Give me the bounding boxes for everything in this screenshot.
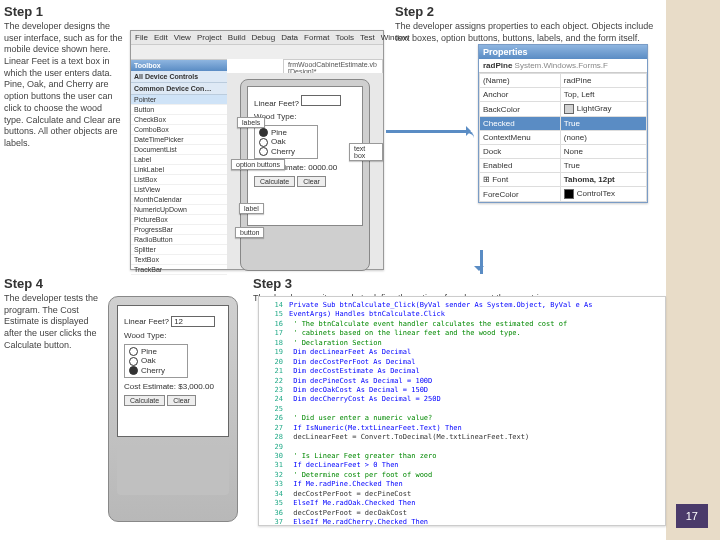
run-radio-oak[interactable] xyxy=(129,357,138,366)
toolbox-item-splitter[interactable]: Splitter xyxy=(131,245,227,255)
visual-studio-ide: FileEditViewProjectBuildDebugDataFormatT… xyxy=(130,30,384,270)
run-linear-feet-textbox[interactable]: 12 xyxy=(171,316,215,327)
device-hardware-buttons xyxy=(117,445,229,495)
prop-value[interactable]: LightGray xyxy=(560,102,646,117)
menu-view[interactable]: View xyxy=(174,33,191,42)
prop-value[interactable]: radPine xyxy=(560,74,646,88)
linear-feet-textbox[interactable] xyxy=(301,95,341,106)
device-emulator: Linear Feet? Wood Type: Pine Oak Cherry … xyxy=(240,79,370,271)
menu-data[interactable]: Data xyxy=(281,33,298,42)
toolbox-item-listbox[interactable]: ListBox xyxy=(131,175,227,185)
toolbox-item-datetimepicker[interactable]: DateTimePicker xyxy=(131,135,227,145)
toolbox-item-listview[interactable]: ListView xyxy=(131,185,227,195)
prop-name: BackColor xyxy=(480,102,561,117)
toolbox-item-pointer[interactable]: Pointer xyxy=(131,95,227,105)
properties-object: radPine System.Windows.Forms.F xyxy=(479,59,647,73)
toolbar[interactable] xyxy=(131,45,383,60)
toolbox-section-all[interactable]: All Device Controls xyxy=(131,71,227,83)
toolbox-item-documentlist[interactable]: DocumentList xyxy=(131,145,227,155)
callout-button: button xyxy=(235,227,264,238)
toolbox-item-trackbar[interactable]: TrackBar xyxy=(131,265,227,275)
prop-value[interactable]: Tahoma, 12pt xyxy=(560,173,646,187)
menu-test[interactable]: Test xyxy=(360,33,375,42)
run-clear-button[interactable]: Clear xyxy=(167,395,196,406)
prop-name: ContextMenu xyxy=(480,131,561,145)
toolbox-section-common[interactable]: Common Device Con… xyxy=(131,83,227,95)
toolbox-item-numericupdown[interactable]: NumericUpDown xyxy=(131,205,227,215)
menu-edit[interactable]: Edit xyxy=(154,33,168,42)
toolbox-item-picturebox[interactable]: PictureBox xyxy=(131,215,227,225)
step1-desc: The developer designs the user interface… xyxy=(4,21,124,150)
page-number-badge: 17 xyxy=(676,504,708,528)
radio-pine[interactable] xyxy=(259,128,268,137)
prop-name: Anchor xyxy=(480,88,561,102)
step2-desc: The developer assigns properties to each… xyxy=(395,21,655,44)
properties-panel[interactable]: Properties radPine System.Windows.Forms.… xyxy=(478,44,648,203)
prop-name: Dock xyxy=(480,145,561,159)
toolbox-item-combobox[interactable]: ComboBox xyxy=(131,125,227,135)
prop-name: ForeColor xyxy=(480,187,561,202)
step1-block: Step 1 The developer designs the user in… xyxy=(4,4,124,150)
step2-block: Step 2 The developer assigns properties … xyxy=(395,4,655,44)
prop-name: (Name) xyxy=(480,74,561,88)
prop-value[interactable]: (none) xyxy=(560,131,646,145)
cost-value: 0000.00 xyxy=(308,163,337,172)
radio-oak[interactable] xyxy=(259,138,268,147)
callout-labels: labels xyxy=(237,117,265,128)
run-wood-type-label: Wood Type: xyxy=(124,331,222,340)
run-radio-pine[interactable] xyxy=(129,347,138,356)
step1-title: Step 1 xyxy=(4,4,124,19)
toolbox-item-radiobutton[interactable]: RadioButton xyxy=(131,235,227,245)
toolbox-item-progressbar[interactable]: ProgressBar xyxy=(131,225,227,235)
flow-arrow-icon xyxy=(386,130,474,145)
prop-name: Checked xyxy=(480,117,561,131)
menu-window[interactable]: Window xyxy=(381,33,409,42)
properties-grid[interactable]: (Name)radPineAnchorTop, LeftBackColorLig… xyxy=(479,73,647,202)
toolbox-item-linklabel[interactable]: LinkLabel xyxy=(131,165,227,175)
step4-title: Step 4 xyxy=(4,276,104,291)
step4-block: Step 4 The developer tests the program. … xyxy=(4,276,104,351)
toolbox-panel[interactable]: Toolbox All Device Controls Common Devic… xyxy=(131,59,228,269)
code-editor[interactable]: 14Private Sub btnCalculate_Click(ByVal s… xyxy=(258,296,666,526)
clear-button[interactable]: Clear xyxy=(297,176,326,187)
prop-value[interactable]: True xyxy=(560,117,646,131)
flow-arrow-icon xyxy=(468,250,483,274)
wood-type-label: Wood Type: xyxy=(254,112,356,121)
menu-file[interactable]: File xyxy=(135,33,148,42)
toolbox-item-monthcalendar[interactable]: MonthCalendar xyxy=(131,195,227,205)
runtime-device: Linear Feet? 12 Wood Type: Pine Oak Cher… xyxy=(108,296,238,522)
calculate-button[interactable]: Calculate xyxy=(254,176,295,187)
toolbox-item-label[interactable]: Label xyxy=(131,155,227,165)
run-cost-label: Cost Estimate: xyxy=(124,382,176,391)
radio-cherry[interactable] xyxy=(259,147,268,156)
toolbox-item-button[interactable]: Button xyxy=(131,105,227,115)
menu-debug[interactable]: Debug xyxy=(252,33,276,42)
menu-tools[interactable]: Tools xyxy=(335,33,354,42)
menu-format[interactable]: Format xyxy=(304,33,329,42)
prop-name: Enabled xyxy=(480,159,561,173)
toolbox-item-textbox[interactable]: TextBox xyxy=(131,255,227,265)
prop-name: ⊞ Font xyxy=(480,173,561,187)
prop-value[interactable]: ControlTex xyxy=(560,187,646,202)
menu-project[interactable]: Project xyxy=(197,33,222,42)
design-canvas[interactable]: Linear Feet? Wood Type: Pine Oak Cherry … xyxy=(227,73,383,269)
prop-value[interactable]: None xyxy=(560,145,646,159)
runtime-form[interactable]: Linear Feet? 12 Wood Type: Pine Oak Cher… xyxy=(117,305,229,437)
step4-desc: The developer tests the program. The Cos… xyxy=(4,293,104,351)
prop-value[interactable]: Top, Left xyxy=(560,88,646,102)
linear-feet-label: Linear Feet? xyxy=(254,99,299,108)
toolbox-item-checkbox[interactable]: CheckBox xyxy=(131,115,227,125)
menu-bar[interactable]: FileEditViewProjectBuildDebugDataFormatT… xyxy=(131,31,383,45)
prop-value[interactable]: True xyxy=(560,159,646,173)
properties-header: Properties xyxy=(479,45,647,59)
run-calculate-button[interactable]: Calculate xyxy=(124,395,165,406)
run-cost-value: $3,000.00 xyxy=(178,382,214,391)
run-linear-feet-label: Linear Feet? xyxy=(124,317,169,326)
form-surface[interactable]: Linear Feet? Wood Type: Pine Oak Cherry … xyxy=(247,86,363,226)
callout-textbox: text box xyxy=(349,143,383,161)
menu-build[interactable]: Build xyxy=(228,33,246,42)
callout-option-buttons: option buttons xyxy=(231,159,285,170)
run-radio-cherry[interactable] xyxy=(129,366,138,375)
presentation-sidebar xyxy=(666,0,720,540)
toolbox-header: Toolbox xyxy=(131,60,227,71)
